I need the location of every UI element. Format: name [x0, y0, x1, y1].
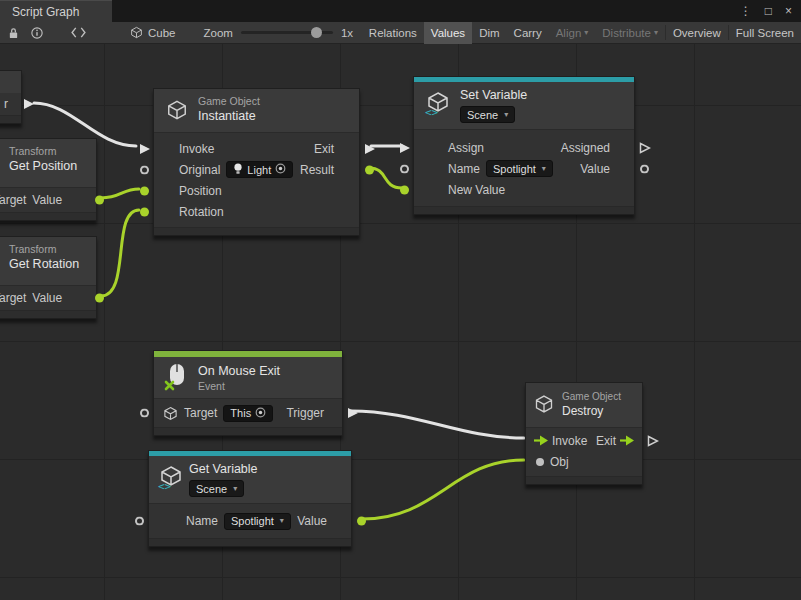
align-button[interactable]: Align ▾: [549, 22, 596, 44]
variable-scope-dropdown[interactable]: Scene ▾: [460, 106, 515, 123]
port-control-in-assign-icon[interactable]: [398, 141, 411, 154]
node-footer: [0, 212, 96, 220]
port-label-target: Target: [0, 193, 26, 207]
port-value-in-target-icon[interactable]: [138, 407, 151, 420]
port-value-in-obj-icon[interactable]: [534, 458, 544, 466]
object-field-value: Light: [247, 164, 271, 176]
port-value-out-icon[interactable]: [93, 292, 106, 305]
caret-down-icon: ▾: [233, 485, 237, 493]
variable-icon: <>: [157, 465, 183, 491]
node-category: Transform: [9, 243, 79, 256]
variable-scope-dropdown[interactable]: Scene ▾: [189, 480, 244, 497]
port-label-position: Position: [179, 184, 222, 198]
node-get-position[interactable]: Transform Get Position Target Value: [0, 138, 97, 221]
port-value-in-name-icon[interactable]: [133, 515, 146, 528]
object-picker-icon[interactable]: [275, 163, 286, 176]
node-instantiate[interactable]: Game Object Instantiate Invoke Exit Orig…: [153, 88, 360, 236]
light-icon: [233, 163, 243, 177]
port-value-in-name-icon[interactable]: [398, 162, 411, 175]
caret-down-icon: ▾: [584, 29, 588, 37]
info-icon[interactable]: [31, 27, 43, 39]
fullscreen-button[interactable]: Full Screen: [729, 22, 801, 44]
mouse-exit-icon: [164, 363, 188, 392]
port-control-out-icon[interactable]: [22, 98, 35, 111]
port-value-out-icon[interactable]: [638, 162, 651, 175]
port-label-target: Target: [0, 291, 26, 305]
port-label-trigger: Trigger: [286, 406, 324, 420]
relations-button[interactable]: Relations: [362, 22, 424, 44]
node-get-rotation[interactable]: Transform Get Rotation Target Value: [0, 236, 97, 319]
port-value-out-result-icon[interactable]: [363, 163, 376, 176]
port-value-in-position-icon[interactable]: [138, 184, 151, 197]
caret-down-icon: ▾: [654, 29, 658, 37]
node-subtitle: Event: [198, 379, 280, 393]
port-label-assign: Assign: [448, 141, 484, 155]
port-label-target: Target: [184, 406, 217, 420]
zoom-slider[interactable]: [241, 31, 333, 34]
window-close-icon[interactable]: ×: [785, 4, 792, 18]
lock-icon[interactable]: [8, 27, 19, 39]
fragment-header: [0, 71, 21, 93]
node-category: Game Object: [198, 95, 260, 108]
distribute-button[interactable]: Distribute ▾: [595, 22, 665, 44]
node-title: Get Rotation: [9, 256, 79, 272]
invoke-exit-row: Invoke Exit: [526, 430, 642, 451]
rotation-row: Rotation: [154, 201, 359, 222]
port-control-out-icon[interactable]: [646, 434, 659, 447]
node-on-mouse-exit[interactable]: On Mouse Exit Event Target This Trigger: [153, 350, 343, 436]
variable-name-dropdown[interactable]: Spotlight ▾: [224, 513, 291, 530]
port-value-out-icon[interactable]: [93, 194, 106, 207]
obj-row: Obj: [526, 451, 642, 472]
this-object-field[interactable]: This: [223, 405, 273, 422]
code-icon[interactable]: [71, 27, 86, 38]
port-label-rotation: Rotation: [179, 205, 224, 219]
tab-script-graph[interactable]: Script Graph: [0, 0, 112, 22]
carry-button[interactable]: Carry: [507, 22, 549, 44]
node-footer: [414, 206, 634, 214]
window-menu-icon[interactable]: ⋮: [740, 4, 752, 18]
zoom-slider-knob[interactable]: [311, 27, 322, 38]
wires-layer: [0, 44, 801, 600]
invoke-exit-row: Invoke Exit: [154, 138, 359, 159]
node-destroy[interactable]: Game Object Destroy Invoke Exit: [525, 382, 643, 485]
port-label-exit: Exit: [596, 434, 616, 448]
overview-button[interactable]: Overview: [666, 22, 728, 44]
variable-name-dropdown[interactable]: Spotlight ▾: [486, 160, 553, 177]
game-object-icon: [534, 394, 554, 414]
window-maximize-icon[interactable]: □: [765, 4, 772, 18]
port-label-result: Result: [300, 163, 334, 177]
port-control-in-invoke-icon[interactable]: [138, 142, 151, 155]
values-button[interactable]: Values: [424, 22, 472, 44]
port-control-out-trigger-icon[interactable]: [346, 407, 359, 420]
port-control-out-exit-icon[interactable]: [620, 435, 634, 446]
dim-button[interactable]: Dim: [472, 22, 506, 44]
node-title: Instantiate: [198, 108, 260, 124]
port-value-in-rotation-icon[interactable]: [138, 205, 151, 218]
node-category: Game Object: [562, 390, 621, 403]
port-control-in-invoke-icon[interactable]: [534, 435, 548, 446]
assign-assigned-row: Assign Assigned: [414, 137, 634, 158]
game-object-icon: [166, 99, 188, 121]
graph-canvas[interactable]: r Transform Get Position Target Value: [0, 44, 801, 600]
port-control-out-exit-icon[interactable]: [363, 142, 376, 155]
port-value-in-new-value-icon[interactable]: [398, 183, 411, 196]
wire-variable-value-to-obj[interactable]: [362, 460, 524, 519]
port-value-out-icon[interactable]: [355, 515, 368, 528]
light-object-field[interactable]: Light: [226, 161, 293, 178]
node-get-variable[interactable]: <> Get Variable Scene ▾ Name Spotlight ▾: [148, 450, 352, 547]
name-value-row: Name Spotlight ▾ Value: [414, 158, 634, 179]
port-value-in-original-icon[interactable]: [138, 163, 151, 176]
object-field-value: This: [230, 407, 251, 419]
variable-name-value: Spotlight: [231, 515, 274, 527]
port-control-out-assigned-icon[interactable]: [638, 141, 651, 154]
wire-trigger-to-destroy-invoke[interactable]: [351, 411, 524, 438]
node-set-variable[interactable]: <> Set Variable Scene ▾ Assign Assigned: [413, 76, 635, 215]
wire-position-value[interactable]: [101, 189, 139, 198]
object-picker-icon[interactable]: [255, 407, 266, 420]
node-title: On Mouse Exit: [198, 363, 280, 379]
wire-rotation-value[interactable]: [101, 210, 139, 296]
svg-text:<>: <>: [425, 106, 439, 117]
new-value-row: New Value: [414, 179, 634, 200]
node-fragment[interactable]: r: [0, 70, 22, 124]
port-label-value: Value: [580, 162, 610, 176]
